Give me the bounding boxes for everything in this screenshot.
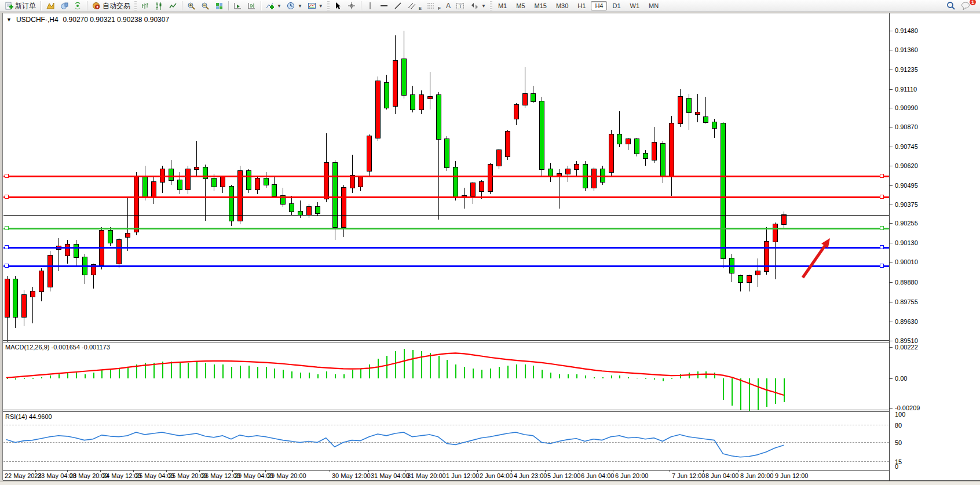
- line-drag-handle[interactable]: [5, 174, 9, 178]
- timeframe-button-h1[interactable]: H1: [573, 1, 590, 10]
- line-drag-handle[interactable]: [5, 226, 9, 230]
- periods-button[interactable]: ▼: [284, 1, 305, 12]
- timeframe-button-d1[interactable]: D1: [608, 1, 624, 10]
- line-drag-handle[interactable]: [880, 226, 884, 230]
- arrows-button[interactable]: ▼: [468, 1, 488, 12]
- pane-splitter[interactable]: [3, 340, 890, 341]
- macd-histogram-bar: [67, 373, 68, 378]
- status-bar: [0, 481, 980, 485]
- line-drag-handle[interactable]: [5, 264, 9, 268]
- line-chart-button[interactable]: [166, 1, 180, 12]
- price-tick-label: 0.90130: [895, 239, 918, 246]
- price-tick-label: 0.90870: [895, 123, 918, 130]
- toolbar-drag-handle[interactable]: [134, 1, 137, 10]
- toolbar-drag-handle[interactable]: [490, 1, 492, 10]
- timeframe-button-m30[interactable]: M30: [552, 1, 572, 10]
- notifications-button[interactable]: 1: [959, 1, 973, 12]
- bearish-candle: [177, 180, 182, 190]
- price-chart-pane[interactable]: [3, 13, 890, 340]
- timeframe-button-m5[interactable]: M5: [512, 1, 529, 10]
- text-label-button[interactable]: T: [454, 1, 467, 12]
- macd-histogram-bar: [343, 374, 345, 378]
- bullish-candle: [427, 96, 433, 99]
- line-drag-handle[interactable]: [880, 264, 884, 268]
- signals-button[interactable]: [71, 1, 85, 12]
- time-tick-label: 8 Jun 04:00: [705, 472, 739, 479]
- line-drag-handle[interactable]: [880, 195, 884, 199]
- toolbar-drag-handle[interactable]: [327, 1, 330, 10]
- trendline-button[interactable]: [392, 1, 405, 12]
- indicators-button[interactable]: ▼: [264, 1, 284, 12]
- macd-histogram-bar: [274, 369, 275, 378]
- line-drag-handle[interactable]: [880, 245, 884, 249]
- horizontal-level-line[interactable]: [3, 247, 889, 249]
- horizontal-line-button[interactable]: [378, 1, 391, 12]
- price-tick-label: 0.91360: [895, 46, 918, 53]
- horizontal-level-line[interactable]: [3, 196, 889, 198]
- bearish-candle: [686, 98, 692, 113]
- bearish-candle: [229, 186, 234, 222]
- macd-histogram-bar: [32, 378, 34, 379]
- line-drag-handle[interactable]: [5, 245, 9, 249]
- indicators-icon: [266, 2, 275, 10]
- bearish-candle: [712, 122, 717, 129]
- market-watch-button[interactable]: [57, 1, 71, 12]
- crosshair-button[interactable]: [345, 1, 359, 12]
- bullish-candle: [514, 104, 519, 119]
- vertical-line-button[interactable]: [364, 1, 377, 12]
- time-tick: [477, 470, 478, 472]
- timeframe-button-m15[interactable]: M15: [531, 1, 551, 10]
- horizontal-level-line[interactable]: [3, 265, 889, 267]
- text-button[interactable]: A: [444, 1, 453, 12]
- channel-button[interactable]: E: [405, 1, 424, 12]
- tile-windows-button[interactable]: [213, 1, 226, 12]
- pane-splitter[interactable]: [3, 410, 890, 410]
- macd-pane[interactable]: [3, 342, 890, 410]
- time-tick: [232, 470, 233, 472]
- line-drag-handle[interactable]: [5, 195, 9, 199]
- chart-shift-button[interactable]: [245, 1, 258, 12]
- bearish-candle: [436, 94, 441, 140]
- line-drag-handle[interactable]: [880, 174, 884, 178]
- chart-profile-button[interactable]: [43, 1, 57, 12]
- bullish-candle: [324, 162, 329, 199]
- timeframe-button-m1[interactable]: M1: [494, 1, 511, 10]
- timeframe-button-mn[interactable]: MN: [645, 1, 663, 10]
- auto-scroll-button[interactable]: [231, 1, 244, 12]
- horizontal-level-line[interactable]: [3, 228, 889, 229]
- macd-histogram-bar: [412, 350, 414, 378]
- macd-histogram-bar: [559, 374, 560, 378]
- cursor-button[interactable]: [331, 1, 345, 12]
- bullish-candle: [375, 81, 381, 138]
- zoom-out-button[interactable]: [199, 1, 212, 12]
- fibonacci-button[interactable]: F: [425, 1, 443, 12]
- horizontal-level-line[interactable]: [3, 215, 889, 216]
- bar-chart-button[interactable]: [138, 1, 152, 12]
- channel-icon: [408, 2, 417, 10]
- auto-trading-button[interactable]: 自动交易: [90, 1, 133, 12]
- macd-histogram-bar: [386, 356, 387, 378]
- price-axis[interactable]: 0.914800.913600.912350.911100.909900.908…: [890, 13, 980, 470]
- templates-button[interactable]: ▼: [305, 1, 326, 12]
- horizontal-level-line[interactable]: [3, 176, 889, 177]
- chart-window[interactable]: ▼ USDCHF-,H4 0.90270 0.90321 0.90238 0.9…: [2, 13, 980, 480]
- candlestick-button[interactable]: [152, 1, 166, 12]
- timeframe-button-h4[interactable]: H4: [591, 1, 607, 10]
- search-button[interactable]: [944, 1, 958, 12]
- zoom-in-button[interactable]: [185, 1, 198, 12]
- rsi-pane[interactable]: [3, 412, 890, 470]
- toolbar-separator: [41, 1, 41, 10]
- macd-histogram-bar: [231, 367, 232, 378]
- new-order-button[interactable]: 新订单: [2, 1, 38, 12]
- macd-histogram-bar: [533, 366, 534, 378]
- timeframe-button-w1[interactable]: W1: [626, 1, 644, 10]
- bearish-candle: [272, 184, 277, 196]
- macd-histogram-bar: [784, 378, 785, 402]
- time-axis[interactable]: 22 May 202323 May 04:0023 May 20:0024 Ma…: [3, 470, 980, 481]
- toolbar-separator: [261, 1, 261, 10]
- price-tick-label: 0.89755: [895, 298, 918, 305]
- rsi-tick-label: 100: [895, 411, 905, 418]
- rsi-tick-label: 50: [895, 439, 902, 446]
- bullish-candle: [747, 275, 752, 283]
- macd-tick: [890, 347, 893, 348]
